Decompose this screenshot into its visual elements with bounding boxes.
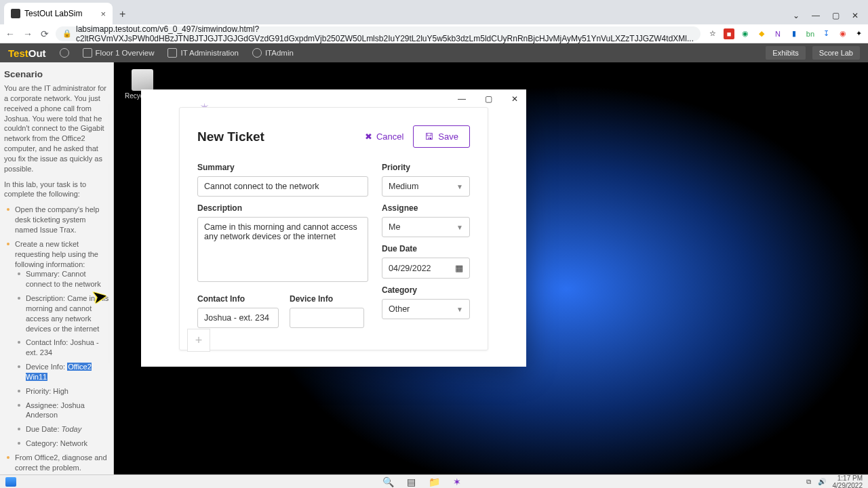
description-input[interactable]: Came in this morning and cannot access a… <box>197 217 368 282</box>
category-select[interactable]: Other▼ <box>382 299 470 319</box>
task-subitem: Due Date: Today <box>22 424 109 434</box>
browser-tab-strip: TestOut LabSim × + ⌄ — ▢ ✕ <box>0 0 868 24</box>
category-label: Category <box>382 285 470 295</box>
forward-icon[interactable]: → <box>23 28 33 39</box>
assignee-select[interactable]: Me▼ <box>382 217 470 237</box>
task-subitem: Device Info: Office2 Win11 <box>22 362 109 382</box>
task-subitem: Contact Info: Joshua - ext. 234 <box>22 338 109 358</box>
taskbar-clock[interactable]: 1:17 PM 4/29/2022 <box>833 474 863 489</box>
summary-label: Summary <box>197 163 368 172</box>
search-icon[interactable]: 🔍 <box>382 476 394 488</box>
ext-icon[interactable]: bn <box>805 28 816 39</box>
tab-favicon <box>11 9 20 18</box>
maximize-icon[interactable]: ▢ <box>481 93 496 105</box>
tab-title: TestOut LabSim <box>24 9 82 18</box>
extension-icons: ☆ ■ ◉ ◆ N ▮ bn ↧ ◉ ✦ ❐ M Paused ⋮ <box>707 28 868 39</box>
scenario-panel: Scenario You are the IT administrator fo… <box>0 62 114 474</box>
back-icon[interactable]: ← <box>5 28 15 39</box>
volume-icon[interactable]: 🔊 <box>818 478 826 485</box>
task-view-icon[interactable] <box>5 477 16 487</box>
summary-input[interactable] <box>197 176 368 197</box>
tray-icon[interactable]: ⧉ <box>806 478 811 486</box>
task-subitem: Summary: Cannot connect to the network <box>22 269 109 289</box>
dialog-title: New Ticket <box>197 129 264 144</box>
new-tab-button[interactable]: + <box>113 8 132 20</box>
chevron-down-icon: ▼ <box>456 224 463 231</box>
device-info-label: Device Info <box>290 294 364 304</box>
windows-taskbar: 🔍 ▤ 📁 ✶ ⧉ 🔊 1:17 PM 4/29/2022 <box>0 474 868 488</box>
it-administration-link[interactable]: IT Administration <box>167 48 238 58</box>
device-info-input[interactable] <box>290 308 364 328</box>
description-label: Description <box>197 203 368 213</box>
assignee-label: Assignee <box>382 203 470 213</box>
add-ticket-button[interactable]: + <box>187 329 210 352</box>
close-icon[interactable]: ✕ <box>852 11 859 20</box>
window-controls: ⌄ — ▢ ✕ <box>793 11 868 24</box>
reload-icon[interactable]: ⟳ <box>41 28 49 39</box>
maximize-icon[interactable]: ▢ <box>832 11 840 20</box>
task-subitem: Priority: High <box>22 386 109 396</box>
due-date-label: Due Date <box>382 244 470 253</box>
floor-overview-link[interactable]: Floor 1 Overview <box>83 48 155 58</box>
close-icon: ✖ <box>365 131 372 142</box>
ext-icon[interactable]: ◉ <box>837 28 848 39</box>
testout-app-bar: TestOut Floor 1 Overview IT Administrati… <box>0 43 868 62</box>
task-subitem: Assignee: Joshua Anderson <box>22 401 109 421</box>
close-icon[interactable]: ✕ <box>507 93 522 105</box>
issue-trax-window: — ▢ ✕ Issue New Ticket ✖ Cancel <box>141 89 526 367</box>
contact-info-label: Contact Info <box>197 294 279 304</box>
exhibits-button[interactable]: Exhibits <box>766 46 806 60</box>
ext-icon[interactable]: N <box>772 28 783 39</box>
url-input[interactable]: 🔒 labsimapp.testout.com/v6_0_497/simwind… <box>56 26 701 41</box>
ext-icon[interactable]: ▮ <box>789 28 800 39</box>
task-item: Open the company's help desk ticketing s… <box>11 205 109 235</box>
score-lab-button[interactable]: Score Lab <box>812 46 860 60</box>
scenario-intro: You are the IT administrator for a corpo… <box>4 83 109 174</box>
priority-select[interactable]: Medium▼ <box>382 176 470 197</box>
puzzle-icon[interactable]: ✦ <box>854 28 865 39</box>
app-icon[interactable]: ✶ <box>451 476 463 488</box>
testout-logo: TestOut <box>8 47 46 59</box>
url-text: labsimapp.testout.com/v6_0_497/simwindow… <box>76 24 694 43</box>
priority-label: Priority <box>382 163 470 172</box>
chevron-down-icon: ▼ <box>456 306 463 313</box>
task-subitem: Description: Came in this morning and ca… <box>22 293 109 333</box>
folder-icon[interactable]: 📁 <box>428 476 440 488</box>
contact-info-input[interactable] <box>197 308 279 328</box>
task-item: Create a new ticket requesting help usin… <box>11 239 109 449</box>
scenario-task-intro: In this lab, your task is to complete th… <box>4 180 109 200</box>
task-item: From Office2, diagnose and correct the p… <box>11 453 109 473</box>
chevron-down-icon: ▼ <box>456 183 463 190</box>
ext-icon[interactable]: ↧ <box>821 28 832 39</box>
tab-close-icon[interactable]: × <box>100 9 106 19</box>
ext-icon[interactable]: ■ <box>724 28 734 39</box>
simulated-desktop[interactable]: Recycle Bin — ▢ ✕ Issue New Ticket ✖ <box>114 62 868 474</box>
start-icon[interactable] <box>359 476 371 488</box>
browser-tab[interactable]: TestOut LabSim × <box>4 3 113 24</box>
explorer-icon[interactable]: ▤ <box>405 476 417 488</box>
cancel-button[interactable]: ✖ Cancel <box>365 131 403 142</box>
scenario-heading: Scenario <box>4 69 109 79</box>
address-bar: ← → ⟳ 🔒 labsimapp.testout.com/v6_0_497/s… <box>0 24 868 43</box>
save-button[interactable]: 🖫 Save <box>413 125 470 148</box>
due-date-input[interactable]: 04/29/2022▦ <box>382 258 470 279</box>
lock-icon: 🔒 <box>62 29 72 38</box>
itadmin-link[interactable]: ITAdmin <box>252 48 294 58</box>
chevron-down-icon[interactable]: ⌄ <box>793 11 800 20</box>
save-icon: 🖫 <box>425 131 433 142</box>
minimize-icon[interactable]: — <box>454 93 470 105</box>
calendar-icon: ▦ <box>455 263 463 273</box>
refresh-icon[interactable] <box>60 48 69 58</box>
task-subitem: Category: Network <box>22 439 109 449</box>
star-icon[interactable]: ☆ <box>707 28 718 39</box>
ext-icon[interactable]: ◉ <box>740 28 751 39</box>
ext-icon[interactable]: ◆ <box>756 28 767 39</box>
minimize-icon[interactable]: — <box>812 11 820 20</box>
